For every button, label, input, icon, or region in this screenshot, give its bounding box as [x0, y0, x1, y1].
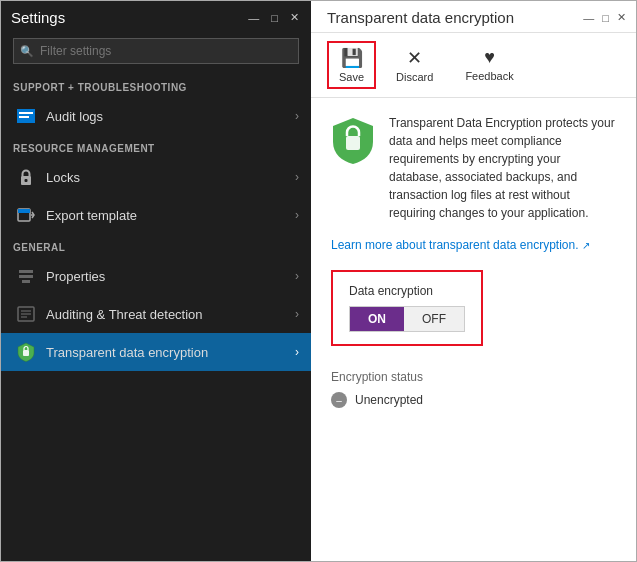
save-label: Save [339, 71, 364, 83]
section-resource-label: RESOURCE MANAGEMENT [1, 135, 311, 158]
left-panel-title: Settings [11, 9, 65, 26]
toggle-off-button[interactable]: OFF [404, 307, 464, 331]
status-row: – Unencrypted [331, 392, 616, 408]
left-minimize-button[interactable]: — [246, 12, 261, 24]
save-icon: 💾 [341, 47, 363, 69]
left-maximize-button[interactable]: □ [269, 12, 280, 24]
tde-label: Transparent data encryption [46, 345, 295, 360]
learn-more-text: Learn more about transparent data encryp… [331, 238, 579, 252]
right-titlebar-controls: — □ ✕ [583, 11, 626, 24]
export-icon [16, 205, 36, 225]
search-input[interactable] [13, 38, 299, 64]
discard-label: Discard [396, 71, 433, 83]
status-section: Encryption status – Unencrypted [331, 370, 616, 408]
right-maximize-button[interactable]: □ [602, 11, 609, 24]
search-container: 🔍 [13, 38, 299, 64]
lock-icon [16, 167, 36, 187]
toolbar: 💾 Save ✕ Discard ♥ Feedback [311, 33, 636, 98]
sidebar-item-audit-logs[interactable]: Audit logs › [1, 97, 311, 135]
discard-icon: ✕ [407, 47, 422, 69]
svg-rect-13 [346, 136, 360, 150]
toggle-group: ON OFF [349, 306, 465, 332]
external-link-icon: ↗ [582, 240, 590, 251]
info-text: Transparent Data Encryption protects you… [389, 114, 616, 222]
encryption-box: Data encryption ON OFF [331, 270, 483, 346]
sidebar-item-locks[interactable]: Locks › [1, 158, 311, 196]
properties-chevron: › [295, 269, 299, 283]
feedback-icon: ♥ [484, 47, 495, 68]
svg-rect-1 [19, 112, 33, 114]
feedback-label: Feedback [465, 70, 513, 82]
status-icon: – [331, 392, 347, 408]
encryption-label: Data encryption [349, 284, 465, 298]
sidebar-item-auditing-threat[interactable]: Auditing & Threat detection › [1, 295, 311, 333]
feedback-button[interactable]: ♥ Feedback [453, 41, 525, 88]
toggle-on-button[interactable]: ON [350, 307, 404, 331]
properties-label: Properties [46, 269, 295, 284]
tde-panel: Transparent data encryption — □ ✕ 💾 Save… [311, 1, 636, 561]
audit-logs-chevron: › [295, 109, 299, 123]
sidebar-item-properties[interactable]: Properties › [1, 257, 311, 295]
learn-more-link[interactable]: Learn more about transparent data encryp… [331, 238, 616, 252]
left-titlebar: Settings — □ ✕ [1, 1, 311, 32]
left-titlebar-controls: — □ ✕ [246, 11, 301, 24]
auditing-threat-chevron: › [295, 307, 299, 321]
discard-button[interactable]: ✕ Discard [384, 41, 445, 89]
audit-logs-label: Audit logs [46, 109, 295, 124]
sidebar-item-export-template[interactable]: Export template › [1, 196, 311, 234]
export-template-chevron: › [295, 208, 299, 222]
right-minimize-button[interactable]: — [583, 11, 594, 24]
sidebar-item-tde[interactable]: Transparent data encryption › [1, 333, 311, 371]
section-general-label: GENERAL [1, 234, 311, 257]
status-value: Unencrypted [355, 393, 423, 407]
status-icon-symbol: – [336, 395, 342, 406]
svg-rect-2 [19, 116, 29, 118]
locks-label: Locks [46, 170, 295, 185]
right-content: Transparent Data Encryption protects you… [311, 98, 636, 561]
shield-icon [331, 116, 375, 160]
svg-rect-4 [25, 179, 28, 182]
svg-rect-6 [18, 209, 30, 213]
save-button[interactable]: 💾 Save [327, 41, 376, 89]
status-title: Encryption status [331, 370, 616, 384]
section-support-label: SUPPORT + TROUBLESHOOTING [1, 74, 311, 97]
tde-icon [16, 342, 36, 362]
svg-rect-12 [23, 350, 29, 356]
auditing-icon [16, 304, 36, 324]
locks-chevron: › [295, 170, 299, 184]
auditing-threat-label: Auditing & Threat detection [46, 307, 295, 322]
info-block: Transparent Data Encryption protects you… [331, 114, 616, 222]
export-template-label: Export template [46, 208, 295, 223]
audit-icon [16, 106, 36, 126]
left-close-button[interactable]: ✕ [288, 11, 301, 24]
settings-panel: Settings — □ ✕ 🔍 SUPPORT + TROUBLESHOOTI… [1, 1, 311, 561]
right-panel-title: Transparent data encryption [327, 9, 514, 26]
right-titlebar: Transparent data encryption — □ ✕ [311, 1, 636, 33]
right-close-button[interactable]: ✕ [617, 11, 626, 24]
properties-icon [16, 266, 36, 286]
tde-chevron: › [295, 345, 299, 359]
search-icon: 🔍 [20, 45, 34, 58]
